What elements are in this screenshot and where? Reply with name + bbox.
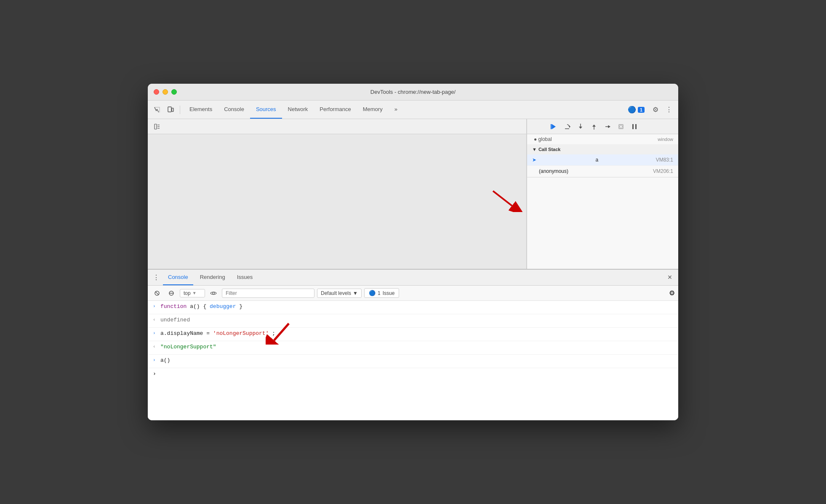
tab-more[interactable]: » — [389, 101, 403, 119]
console-line-3: › a.displayName = 'noLongerSupport' ; — [148, 328, 678, 341]
issue-label-text: Issue — [383, 290, 395, 296]
callstack-section: ▼ Call Stack ➤ a VM83:1 (anonymous) VM20… — [527, 144, 678, 178]
svg-marker-11 — [579, 127, 582, 129]
console-tab-console[interactable]: Console — [163, 270, 193, 285]
scope-label: ● global — [534, 136, 552, 142]
inspect-element-icon[interactable] — [151, 104, 163, 116]
issue-badge: 1 — [378, 290, 381, 296]
issue-icon: 🔵 — [369, 290, 376, 296]
console-code-1: function a() { debugger } — [160, 303, 242, 310]
toolbar-right: 🔵 1 ⚙ ⋮ — [624, 104, 675, 116]
traffic-lights — [154, 89, 177, 95]
show-navigator-icon[interactable] — [151, 121, 163, 133]
eye-icon[interactable] — [208, 287, 219, 299]
window-title: DevTools - chrome://new-tab-page/ — [370, 89, 456, 95]
callstack-row-a[interactable]: ➤ a VM83:1 — [527, 154, 678, 166]
scope-value: window — [658, 137, 673, 142]
main-tab-list: Elements Console Sources Network Perform… — [184, 101, 403, 119]
console-levels-dropdown[interactable]: Default levels ▼ — [317, 289, 362, 298]
code-semicolon: ; — [272, 330, 275, 337]
prompt-chevron: › — [153, 371, 156, 377]
input-chevron-1: › — [153, 304, 158, 309]
svg-marker-8 — [569, 125, 570, 128]
svg-point-27 — [213, 292, 215, 294]
svg-marker-6 — [552, 124, 556, 129]
pause-on-exceptions-icon[interactable] — [629, 121, 640, 132]
sources-panel — [148, 119, 527, 269]
tab-sources[interactable]: Sources — [250, 101, 282, 119]
console-output-string: "noLongerSupport" — [160, 344, 216, 350]
sources-content — [148, 134, 526, 269]
console-line-1: › function a() { debugger } — [148, 301, 678, 314]
debugger-panel: ● global window ▼ Call Stack ➤ a VM83:1 — [527, 119, 678, 269]
bottom-panel: ⋮ Console Rendering Issues × — [148, 269, 678, 420]
step-button[interactable] — [602, 121, 613, 132]
deactivate-breakpoints-icon[interactable] — [616, 121, 626, 132]
callstack-name-anon: (anonymous) — [539, 168, 568, 174]
input-chevron-5: › — [153, 358, 158, 363]
step-into-button[interactable] — [575, 121, 586, 132]
console-code-call: a() — [160, 357, 170, 363]
svg-marker-13 — [592, 125, 596, 127]
console-tab-issues[interactable]: Issues — [232, 270, 258, 285]
tab-performance[interactable]: Performance — [314, 101, 357, 119]
code-a-close: } — [239, 303, 242, 310]
levels-chevron: ▼ — [353, 290, 358, 296]
svg-rect-2 — [155, 124, 157, 129]
svg-rect-7 — [551, 124, 552, 129]
minimize-button[interactable] — [163, 89, 168, 95]
badge-count: 1 — [638, 107, 645, 113]
devtools-window: DevTools - chrome://new-tab-page/ Elemen… — [148, 84, 678, 420]
callstack-row-anon[interactable]: (anonymous) VM206:1 — [527, 166, 678, 177]
step-over-button[interactable] — [562, 121, 573, 132]
svg-rect-0 — [168, 107, 171, 112]
debugger-toolbar — [527, 119, 678, 134]
tab-elements[interactable]: Elements — [184, 101, 218, 119]
console-settings-icon[interactable]: ⚙ — [669, 289, 675, 297]
step-out-button[interactable] — [589, 121, 600, 132]
title-bar: DevTools - chrome://new-tab-page/ — [148, 84, 678, 101]
console-code-3: a.displayName = 'noLongerSupport' ; — [160, 330, 275, 337]
console-content: › function a() { debugger } ‹ undefined … — [148, 301, 678, 420]
console-line-2: ‹ undefined — [148, 314, 678, 328]
console-close-button[interactable]: × — [665, 273, 675, 283]
main-area: ● global window ▼ Call Stack ➤ a VM83:1 — [148, 119, 678, 269]
callstack-loc-a: VM83:1 — [656, 157, 673, 163]
scope-global-row: ● global window — [527, 134, 678, 144]
console-prompt-line[interactable]: › — [148, 368, 678, 379]
callstack-header[interactable]: ▼ Call Stack — [527, 144, 678, 154]
close-button[interactable] — [154, 89, 159, 95]
code-string-value: 'noLongerSupport' — [213, 330, 269, 337]
console-context-selector[interactable]: top ▼ — [180, 289, 205, 297]
top-toolbar: Elements Console Sources Network Perform… — [148, 101, 678, 119]
device-toolbar-icon[interactable] — [165, 104, 176, 116]
more-options-icon[interactable]: ⋮ — [663, 104, 675, 116]
svg-rect-1 — [172, 108, 173, 111]
output-chevron-2: ‹ — [153, 317, 158, 322]
callstack-label: Call Stack — [538, 147, 561, 152]
svg-line-24 — [155, 292, 159, 295]
keyword-function: function — [160, 303, 187, 310]
console-tabs: ⋮ Console Rendering Issues × — [148, 270, 678, 286]
console-block-icon[interactable] — [165, 287, 177, 299]
devtools-body: Elements Console Sources Network Perform… — [148, 101, 678, 420]
settings-icon[interactable]: ⚙ — [650, 104, 661, 116]
toolbar-separator — [180, 106, 180, 114]
console-toolbar: top ▼ Default levels ▼ 🔵 1 I — [148, 286, 678, 301]
notification-badge-button[interactable]: 🔵 1 — [624, 104, 648, 115]
resume-button[interactable] — [548, 121, 559, 132]
tab-network[interactable]: Network — [282, 101, 314, 119]
console-menu-icon[interactable]: ⋮ — [151, 273, 161, 283]
issue-button[interactable]: 🔵 1 Issue — [364, 288, 399, 298]
maximize-button[interactable] — [171, 89, 177, 95]
tab-console[interactable]: Console — [218, 101, 250, 119]
callstack-name-a: a — [595, 157, 598, 163]
keyword-debugger: debugger — [210, 303, 236, 310]
console-line-4: ‹ "noLongerSupport" — [148, 341, 678, 355]
console-filter-input[interactable] — [222, 289, 314, 298]
console-tab-rendering[interactable]: Rendering — [195, 270, 230, 285]
code-a-open: a() { — [190, 303, 210, 310]
tab-memory[interactable]: Memory — [357, 101, 389, 119]
context-arrow: ▼ — [192, 291, 197, 295]
console-clear-icon[interactable] — [151, 287, 163, 299]
